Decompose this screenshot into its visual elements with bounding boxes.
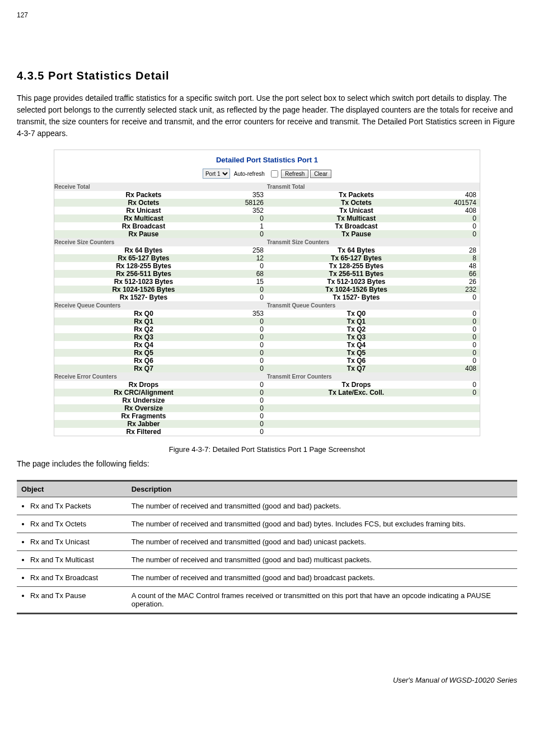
rx-value: 68 bbox=[233, 270, 267, 278]
rx-value: 0 bbox=[233, 230, 267, 238]
rx-value: 0 bbox=[233, 381, 267, 389]
rx-label: Rx Oversize bbox=[54, 404, 233, 412]
panel-title: Detailed Port Statistics Port 1 bbox=[54, 153, 480, 169]
clear-button[interactable]: Clear bbox=[310, 170, 331, 178]
rx-value: 258 bbox=[233, 246, 267, 254]
tx-label: Tx Q7 bbox=[267, 365, 446, 372]
rx-label: Rx Broadcast bbox=[54, 222, 233, 230]
fields-table: Object Description Rx and Tx PacketsThe … bbox=[17, 480, 517, 614]
stat-row: Rx Q60Tx Q60 bbox=[54, 357, 480, 365]
stat-row: Rx 64 Bytes258Tx 64 Bytes28 bbox=[54, 246, 480, 254]
rx-value: 0 bbox=[233, 365, 267, 372]
autorefresh-label: Auto-refresh bbox=[234, 171, 265, 177]
tx-value: 0 bbox=[446, 333, 480, 341]
rx-label: Rx Unicast bbox=[54, 207, 233, 214]
rx-value: 0 bbox=[233, 318, 267, 325]
port-select[interactable]: Port 1 bbox=[203, 169, 230, 179]
field-object: Rx and Tx Multicast bbox=[30, 556, 123, 564]
stat-row: Rx Filtered0 bbox=[54, 428, 480, 436]
refresh-button[interactable]: Refresh bbox=[281, 170, 308, 178]
rx-value: 0 bbox=[233, 420, 267, 428]
rx-label: Rx 512-1023 Bytes bbox=[54, 278, 233, 286]
tx-value: 232 bbox=[446, 286, 480, 293]
tx-label bbox=[267, 428, 446, 436]
rx-value: 353 bbox=[233, 191, 267, 199]
tx-value: 0 bbox=[446, 222, 480, 230]
rx-label: Rx Q6 bbox=[54, 357, 233, 365]
tx-label: Tx 128-255 Bytes bbox=[267, 262, 446, 270]
stat-row: Rx Q30Tx Q30 bbox=[54, 333, 480, 341]
figure-caption: Figure 4-3-7: Detailed Port Statistics P… bbox=[17, 445, 517, 454]
field-object: Rx and Tx Unicast bbox=[30, 538, 123, 546]
tx-value: 401574 bbox=[446, 199, 480, 207]
tx-value bbox=[446, 420, 480, 428]
rx-label: Rx 1024-1526 Bytes bbox=[54, 286, 233, 293]
rx-label: Rx Q0 bbox=[54, 310, 233, 318]
rx-value: 0 bbox=[233, 389, 267, 396]
rx-value: 0 bbox=[233, 412, 267, 420]
section-header: Receive Error CountersTransmit Error Cou… bbox=[54, 372, 480, 381]
rx-label: Rx Q7 bbox=[54, 365, 233, 372]
stat-row: Rx 1527- Bytes0Tx 1527- Bytes0 bbox=[54, 293, 480, 301]
stat-row: Rx Pause0Tx Pause0 bbox=[54, 230, 480, 238]
rx-value: 0 bbox=[233, 428, 267, 436]
rx-value: 12 bbox=[233, 254, 267, 262]
rx-label: Rx Q3 bbox=[54, 333, 233, 341]
stat-row: Rx Undersize0 bbox=[54, 396, 480, 404]
fields-row: Rx and Tx BroadcastThe number of receive… bbox=[17, 569, 517, 587]
rx-label: Rx Q1 bbox=[54, 318, 233, 325]
field-description: The number of received and transmitted (… bbox=[127, 551, 517, 569]
tx-value: 28 bbox=[446, 246, 480, 254]
stat-row: Rx Q40Tx Q40 bbox=[54, 341, 480, 349]
fields-row: Rx and Tx UnicastThe number of received … bbox=[17, 533, 517, 551]
section-title: 4.3.5 Port Statistics Detail bbox=[17, 69, 517, 82]
field-description: The number of received and transmitted (… bbox=[127, 569, 517, 587]
rx-value: 0 bbox=[233, 333, 267, 341]
rx-value: 0 bbox=[233, 404, 267, 412]
tx-value: 0 bbox=[446, 310, 480, 318]
tx-value: 0 bbox=[446, 357, 480, 365]
tx-label bbox=[267, 404, 446, 412]
stat-sections: Receive TotalTransmit TotalRx Packets353… bbox=[54, 183, 480, 436]
stat-row: Rx Broadcast1Tx Broadcast0 bbox=[54, 222, 480, 230]
stat-row: Rx Packets353Tx Packets408 bbox=[54, 191, 480, 199]
fields-row: Rx and Tx OctetsThe number of received a… bbox=[17, 515, 517, 533]
tx-label: Tx Drops bbox=[267, 381, 446, 389]
tx-value: 0 bbox=[446, 318, 480, 325]
rx-label: Rx Fragments bbox=[54, 412, 233, 420]
tx-label: Tx Q2 bbox=[267, 325, 446, 333]
stat-row: Rx 65-127 Bytes12Tx 65-127 Bytes8 bbox=[54, 254, 480, 262]
tx-value: 0 bbox=[446, 325, 480, 333]
autorefresh-checkbox[interactable] bbox=[271, 170, 278, 178]
tx-value: 0 bbox=[446, 389, 480, 396]
section-header: Receive TotalTransmit Total bbox=[54, 183, 480, 191]
section-header: Receive Size CountersTransmit Size Count… bbox=[54, 238, 480, 246]
tx-label bbox=[267, 412, 446, 420]
stat-row: Rx CRC/Alignment0Tx Late/Exc. Coll.0 bbox=[54, 389, 480, 396]
rx-label: Rx Multicast bbox=[54, 214, 233, 222]
tx-label bbox=[267, 396, 446, 404]
stat-row: Rx Q20Tx Q20 bbox=[54, 325, 480, 333]
rx-value: 1 bbox=[233, 222, 267, 230]
rx-value: 0 bbox=[233, 396, 267, 404]
tx-value bbox=[446, 396, 480, 404]
panel-toolbar: Port 1 Auto-refresh Refresh Clear bbox=[54, 169, 480, 183]
tx-label: Tx Q0 bbox=[267, 310, 446, 318]
stat-row: Rx 512-1023 Bytes15Tx 512-1023 Bytes26 bbox=[54, 278, 480, 286]
field-description: The number of received and transmitted (… bbox=[127, 533, 517, 551]
tx-value: 8 bbox=[446, 254, 480, 262]
tx-label: Tx Pause bbox=[267, 230, 446, 238]
rx-label: Rx Drops bbox=[54, 381, 233, 389]
tx-label: Tx 1024-1526 Bytes bbox=[267, 286, 446, 293]
tx-value: 408 bbox=[446, 191, 480, 199]
tx-label: Tx Q1 bbox=[267, 318, 446, 325]
field-description: The number of received and transmitted (… bbox=[127, 515, 517, 533]
tx-value: 48 bbox=[446, 262, 480, 270]
tx-value: 0 bbox=[446, 341, 480, 349]
rx-label: Rx Filtered bbox=[54, 428, 233, 436]
tx-value: 66 bbox=[446, 270, 480, 278]
field-object: Rx and Tx Octets bbox=[30, 520, 123, 528]
rx-label: Rx Packets bbox=[54, 191, 233, 199]
fields-row: Rx and Tx MulticastThe number of receive… bbox=[17, 551, 517, 569]
rx-label: Rx Q2 bbox=[54, 325, 233, 333]
